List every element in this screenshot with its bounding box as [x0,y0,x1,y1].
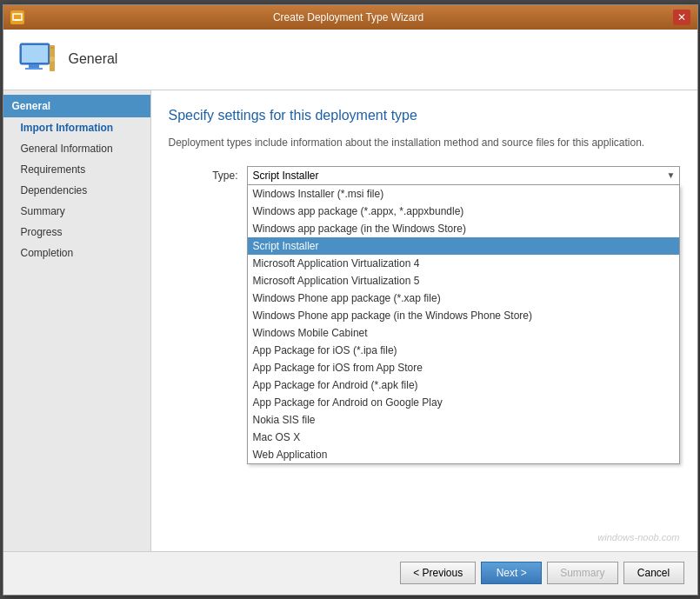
svg-rect-3 [22,45,48,63]
summary-button[interactable]: Summary [547,562,617,584]
wizard-window: Create Deployment Type Wizard ✕ General … [3,4,698,596]
watermark: windows-noob.com [597,532,679,542]
sidebar-item-requirements[interactable]: Requirements [3,159,150,180]
dropdown-item-nokia[interactable]: Nokia SIS file [248,411,679,429]
svg-rect-1 [15,19,20,21]
dropdown-item-ios-ipa[interactable]: App Package for iOS (*.ipa file) [248,342,679,359]
dropdown-item-xap[interactable]: Windows Phone app package (*.xap file) [248,290,679,307]
dropdown-item-mobile-cabinet[interactable]: Windows Mobile Cabinet [248,324,679,342]
next-button[interactable]: Next > [481,562,542,584]
svg-rect-0 [13,14,22,20]
dropdown-item-windows-store[interactable]: Windows app package (in the Windows Stor… [248,220,679,237]
sidebar-item-completion[interactable]: Completion [3,243,150,263]
close-button[interactable]: ✕ [673,10,690,25]
type-select-container: Script Installer Windows Installer (*.ms… [247,166,680,185]
content-area: General Import Information General Infor… [3,90,697,551]
selected-type-text: Script Installer [253,170,319,182]
type-label: Type: [169,170,238,182]
sidebar-item-progress[interactable]: Progress [3,222,150,243]
sidebar: General Import Information General Infor… [3,90,151,551]
dropdown-item-phone-store[interactable]: Windows Phone app package (in the Window… [248,307,679,324]
dropdown-item-android-play[interactable]: App Package for Android on Google Play [248,394,679,411]
sidebar-section: General [3,95,150,117]
svg-rect-5 [25,68,43,70]
type-select[interactable]: Script Installer [247,166,680,185]
dropdown-item-msi[interactable]: Windows Installer (*.msi file) [248,185,679,203]
page-title: Specify settings for this deployment typ… [169,108,680,123]
dropdown-item-mav5[interactable]: Microsoft Application Virtualization 5 [248,272,679,290]
svg-point-7 [50,57,55,62]
dropdown-item-web[interactable]: Web Application [248,446,679,463]
sidebar-item-dependencies[interactable]: Dependencies [3,180,150,201]
header-title: General [69,51,118,67]
titlebar-title: Create Deployment Type Wizard [24,11,673,23]
cancel-button[interactable]: Cancel [623,562,684,584]
dropdown-item-macos[interactable]: Mac OS X [248,429,679,446]
sidebar-item-import-information[interactable]: Import Information [3,117,150,138]
dropdown-item-ios-store[interactable]: App Package for iOS from App Store [248,359,679,376]
dropdown-item-appx[interactable]: Windows app package (*.appx, *.appxbundl… [248,203,679,220]
main-content: Specify settings for this deployment typ… [151,90,697,551]
sidebar-item-general-information[interactable]: General Information [3,138,150,159]
computer-icon [17,38,58,80]
description: Deployment types include information abo… [169,136,680,149]
titlebar: Create Deployment Type Wizard ✕ [3,5,697,30]
dropdown-item-android-apk[interactable]: App Package for Android (*.apk file) [248,376,679,394]
svg-rect-4 [29,64,39,68]
dropdown-item-script[interactable]: Script Installer [248,237,679,255]
previous-button[interactable]: < Previous [400,562,476,584]
dropdown-item-mav4[interactable]: Microsoft Application Virtualization 4 [248,255,679,272]
sidebar-item-summary[interactable]: Summary [3,201,150,222]
titlebar-icon [10,10,24,24]
footer: < Previous Next > Summary Cancel [3,551,697,595]
type-row: Type: Script Installer Windows Installer… [169,166,680,185]
header-area: General [3,30,697,90]
dropdown-list: Windows Installer (*.msi file) Windows a… [247,185,680,464]
svg-rect-8 [50,47,54,49]
